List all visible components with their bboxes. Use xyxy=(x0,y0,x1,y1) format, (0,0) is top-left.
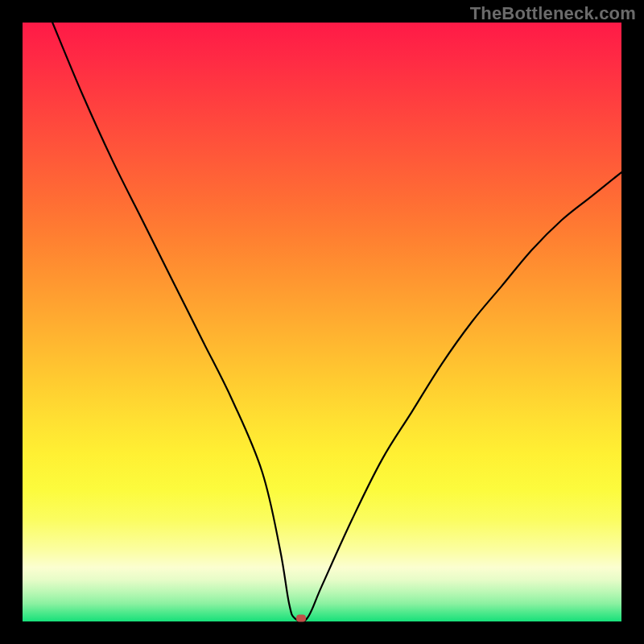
watermark-text: TheBottleneck.com xyxy=(470,3,636,24)
chart-frame: TheBottleneck.com xyxy=(0,0,644,644)
bottleneck-curve xyxy=(23,23,621,621)
plot-area xyxy=(23,23,621,621)
optimum-marker xyxy=(296,615,306,622)
